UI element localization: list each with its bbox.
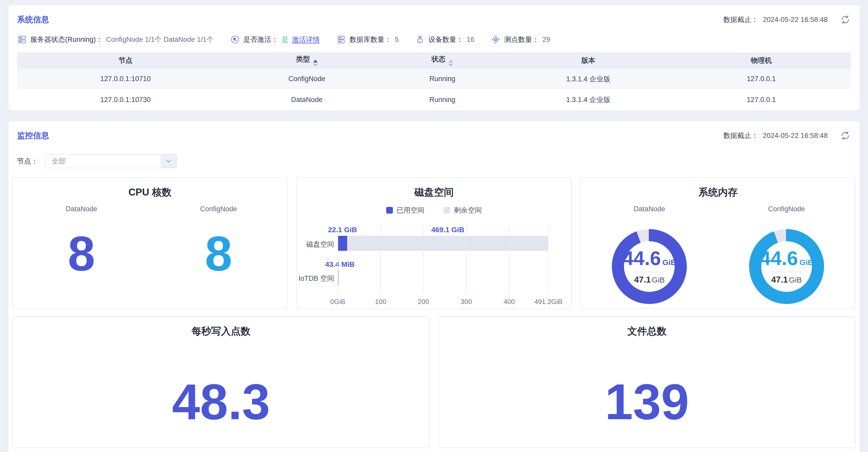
cpu-node-labels: DataNode ConfigNode — [13, 205, 287, 213]
data-cutoff-label: 数据截止： — [723, 15, 758, 24]
cell-node: 127.0.0.1:10710 — [17, 69, 234, 89]
rest-space-label: 剩余空间 — [454, 205, 482, 215]
datanode-cpu-value: 8 — [13, 227, 150, 281]
memory-total-value: 47.1 GiB — [771, 275, 802, 285]
node-filter-select[interactable]: 全部 — [45, 154, 177, 168]
activation-detail-link[interactable]: 激活详情 — [292, 35, 320, 44]
data-cutoff-time: 2024-05-22 16:58:48 — [763, 16, 828, 24]
stat-device-count: 设备数量： 16 — [415, 35, 474, 44]
column-header-type: 类型 — [234, 52, 380, 69]
datanode-label: DataNode — [13, 205, 150, 213]
total-unit: GiB — [789, 276, 802, 284]
database-count-value: 5 — [395, 36, 399, 44]
cpu-cores-title: CPU 核数 — [13, 186, 287, 199]
sort-control-status[interactable] — [448, 60, 453, 67]
stat-database-count: 数据库数量： 5 — [336, 35, 399, 44]
x-tick-label: 491.2GiB — [534, 298, 562, 306]
confignode-donut-wrap: 44.6 GiB 47.1 GiB — [718, 229, 855, 304]
monitor-card-header: 监控信息 数据截止： 2024-05-22 16:58:48 — [17, 130, 851, 141]
device-count-label: 设备数量： — [428, 35, 463, 44]
device-icon — [415, 35, 425, 44]
x-gridline — [466, 225, 467, 294]
refresh-button[interactable] — [840, 130, 851, 141]
used-number: 44.6 — [760, 249, 798, 268]
refresh-icon — [840, 14, 850, 25]
total-number: 47.1 — [771, 275, 788, 285]
sort-control-type[interactable] — [313, 60, 318, 67]
confignode-label: ConfigNode — [150, 205, 287, 213]
cpu-cores-card: CPU 核数 DataNode ConfigNode 8 8 — [12, 177, 288, 309]
system-stats-row: 服务器状态(Running)： ConfigNode 1/1个 DataNode… — [17, 35, 851, 44]
data-cutoff-time: 2024-05-22 16:58:48 — [763, 132, 828, 140]
x-tick-label: 400 — [503, 298, 515, 306]
memory-donut: 44.6 GiB 47.1 GiB — [612, 229, 687, 304]
measurement-count-value: 29 — [542, 36, 550, 44]
column-header-node: 节点 — [17, 52, 234, 69]
x-tick-label: 200 — [418, 298, 429, 306]
server-nodes-icon — [17, 35, 27, 44]
datanode-donut-wrap: 44.6 GiB 47.1 GiB — [581, 229, 718, 304]
cell-status: Running — [380, 89, 505, 110]
server-status-label: 服务器状态(Running)： — [30, 35, 103, 44]
chevron-down-icon — [165, 158, 172, 164]
chart-grid-row1: CPU 核数 DataNode ConfigNode 8 8 磁盘空间 已用空间… — [12, 177, 856, 309]
iotdb-used-value-label: 43.4 MiB — [325, 260, 354, 269]
sort-desc-icon — [448, 64, 453, 67]
table-row: 127.0.0.1:10710 ConfigNode Running 1.3.1… — [17, 69, 851, 89]
data-cutoff: 数据截止： 2024-05-22 16:58:48 — [723, 14, 851, 25]
file-count-value: 139 — [439, 377, 855, 427]
chart-grid-row2: 每秒写入点数 48.3 文件总数 139 — [12, 316, 856, 448]
disk-used-value-label: 22.1 GiB — [328, 226, 357, 234]
legend-rest: 剩余空间 — [443, 205, 482, 215]
column-header-version-label: 版本 — [581, 57, 595, 64]
stat-measurement-count: 测点数量： 29 — [491, 35, 550, 44]
memory-used-value: 44.6 GiB — [760, 249, 813, 268]
system-memory-title: 系统内存 — [581, 186, 855, 199]
column-header-type-label: 类型 — [296, 55, 310, 63]
disk-rest-value-label: 469.1 GiB — [431, 226, 464, 234]
data-cutoff-label: 数据截止： — [723, 131, 758, 140]
server-status-value: ConfigNode 1/1个 DataNode 1/1个 — [106, 35, 214, 44]
activation-icon — [230, 35, 240, 44]
x-gridline — [423, 225, 424, 294]
database-icon — [336, 35, 346, 44]
disk-space-card: 磁盘空间 已用空间 剩余空间 磁盘空间 IoTDB 空间 — [297, 177, 572, 309]
sort-desc-icon — [313, 64, 318, 67]
disk-stacked-bar — [338, 236, 549, 251]
system-info-title: 系统信息 — [17, 14, 49, 25]
used-number: 44.6 — [623, 249, 661, 268]
cell-type: DataNode — [234, 89, 380, 110]
table-row: 127.0.0.1:10730 DataNode Running 1.3.1.4… — [17, 89, 851, 110]
measurement-count-label: 测点数量： — [504, 35, 539, 44]
system-info-card: 系统信息 数据截止： 2024-05-22 16:58:48 服务器 — [8, 5, 860, 110]
column-header-status-label: 状态 — [431, 55, 445, 63]
sort-asc-icon — [448, 60, 453, 63]
donut-center: 44.6 GiB 47.1 GiB — [749, 229, 824, 304]
confignode-cpu-value: 8 — [150, 227, 287, 281]
file-count-title: 文件总数 — [439, 325, 855, 338]
write-points-card: 每秒写入点数 48.3 — [12, 316, 430, 448]
disk-used-segment — [338, 236, 347, 251]
sort-asc-icon — [313, 60, 318, 63]
stat-activation: 是否激活： 是 激活详情 — [230, 35, 320, 44]
column-header-status: 状态 — [380, 52, 505, 69]
database-count-label: 数据库数量： — [349, 35, 391, 44]
cell-version: 1.3.1.4 企业版 — [505, 69, 672, 89]
disk-legend: 已用空间 剩余空间 — [297, 205, 571, 215]
total-number: 47.1 — [634, 275, 651, 285]
x-gridline — [548, 225, 549, 294]
file-count-card: 文件总数 139 — [438, 316, 856, 448]
datanode-label: DataNode — [581, 205, 718, 213]
rest-space-swatch — [443, 207, 450, 214]
donut-divider — [771, 272, 802, 272]
activation-label: 是否激活： — [243, 35, 278, 44]
node-filter-selected-value: 全部 — [45, 157, 160, 166]
node-table-header-row: 节点 类型 状态 版本 物理机 — [17, 52, 851, 69]
refresh-button[interactable] — [840, 14, 851, 25]
used-unit: GiB — [662, 259, 676, 266]
column-header-version: 版本 — [505, 52, 672, 69]
monitor-info-card: 监控信息 数据截止： 2024-05-22 16:58:48 节点： 全部 — [8, 121, 860, 452]
disk-row-category: 磁盘空间 — [306, 240, 334, 249]
system-memory-card: 系统内存 DataNode ConfigNode 44.6 GiB — [580, 177, 856, 309]
iotdb-row-category: IoTDB 空间 — [299, 274, 334, 283]
